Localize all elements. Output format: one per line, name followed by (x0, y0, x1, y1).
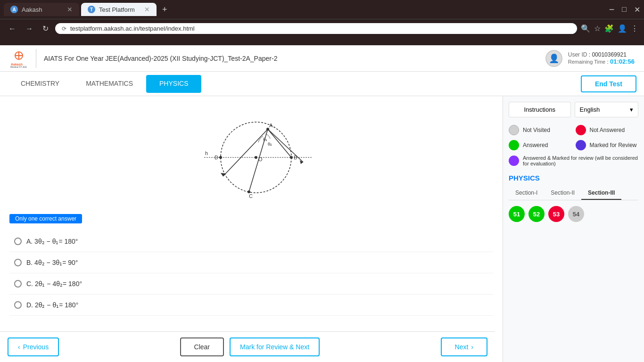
answer-type-badge: Only one correct answer (9, 214, 493, 231)
remaining-time: 01:02:56 (610, 58, 635, 65)
legend: Not Visited Not Answered Answered Marked… (509, 125, 638, 166)
mark-review-button[interactable]: Mark for Review & Next (230, 337, 320, 356)
svg-text:θ₁: θ₁ (263, 137, 267, 142)
nav-actions: 🔍 ☆ 🧩 👤 ⋮ (581, 24, 638, 33)
answered-marked-label: Answered & Marked for review (will be co… (523, 155, 638, 166)
option-b[interactable]: B. 4θ₂ − 3θ₁= 90° (9, 252, 493, 273)
prev-label: Previous (23, 343, 49, 351)
new-tab-button[interactable]: + (158, 3, 171, 16)
center-buttons: Clear Mark for Review & Next (180, 337, 320, 356)
main-layout: O B D A C θ₁ (0, 96, 644, 362)
legend-not-answered: Not Answered (576, 125, 639, 135)
tab-mathematics[interactable]: MATHEMATICS (73, 75, 146, 93)
right-panel: Instructions English ▾ Not Visited Not A… (503, 96, 644, 362)
language-selector[interactable]: English ▾ (575, 102, 639, 117)
extensions-icon[interactable]: 🧩 (604, 24, 614, 33)
option-b-text: B. 4θ₂ − 3θ₁= 90° (26, 259, 78, 266)
question-area: O B D A C θ₁ (0, 96, 503, 362)
profile-icon[interactable]: 👤 (618, 24, 627, 33)
not-visited-label: Not Visited (523, 127, 550, 133)
answered-label: Answered (523, 142, 548, 148)
option-d-text: D. 2θ₂ − θ₁= 180° (26, 301, 78, 309)
next-arrow-icon: › (471, 343, 473, 351)
question-diagram-container: O B D A C θ₁ (9, 106, 493, 206)
minimize-button[interactable]: − (609, 4, 615, 15)
section-tabs: Section-I Section-II Section-III (509, 187, 638, 200)
bottom-navigation: ‹ Previous Clear Mark for Review & Next … (0, 331, 495, 362)
answer-type-text: Only one correct answer (9, 214, 82, 223)
app-header: Aakash Medical IIT-JEE AIATS For One Yea… (0, 45, 644, 72)
back-button[interactable]: ← (6, 23, 19, 35)
search-icon[interactable]: 🔍 (581, 24, 590, 33)
exam-title: AIATS For One Year JEE(Advanced)-2025 (X… (44, 55, 538, 62)
nav-bar: ← → ↻ ⟳ testplatform.aakash.ac.in/testpa… (0, 19, 644, 38)
security-icon: ⟳ (62, 25, 66, 32)
section-title: PHYSICS (509, 174, 638, 182)
user-id-value: : 00010369921 (589, 51, 627, 58)
subject-tabs-bar: CHEMISTRY MATHEMATICS PHYSICS End Test (0, 72, 644, 96)
tab-testplatform[interactable]: T Test Platform ✕ (81, 3, 157, 16)
legend-answered: Answered (509, 140, 572, 150)
answered-dot (509, 140, 519, 150)
reload-button[interactable]: ↻ (40, 22, 51, 35)
tab-label-testplatform: Test Platform (99, 6, 135, 13)
radio-a[interactable] (14, 238, 22, 245)
radio-b[interactable] (14, 259, 22, 266)
option-d[interactable]: D. 2θ₂ − θ₁= 180° (9, 295, 493, 316)
svg-text:h: h (205, 150, 208, 156)
instructions-button[interactable]: Instructions (509, 102, 571, 117)
radio-d[interactable] (14, 301, 22, 309)
tab-aakash[interactable]: A Aakash ✕ (4, 3, 79, 16)
svg-text:Medical IIT-JEE: Medical IIT-JEE (10, 66, 27, 68)
logo-area: Aakash Medical IIT-JEE (9, 49, 36, 68)
option-a-text: A. 3θ₂ − θ₁= 180° (26, 238, 78, 245)
user-info: 👤 User ID : 00010369921 Remaining Time :… (545, 50, 635, 67)
user-id-row: User ID : 00010369921 (568, 51, 635, 58)
q-num-51[interactable]: 51 (509, 206, 525, 222)
user-details: User ID : 00010369921 Remaining Time : 0… (568, 51, 635, 65)
radio-c[interactable] (14, 280, 22, 288)
maximize-button[interactable]: □ (622, 5, 627, 14)
tab-close-aakash[interactable]: ✕ (67, 6, 73, 13)
answered-marked-dot (509, 156, 519, 166)
section-tab-i[interactable]: Section-I (509, 187, 544, 200)
menu-icon[interactable]: ⋮ (631, 24, 638, 33)
tab-label-aakash: Aakash (22, 6, 42, 13)
bookmark-icon[interactable]: ☆ (594, 24, 601, 33)
forward-button[interactable]: → (23, 23, 36, 35)
q-num-54[interactable]: 54 (568, 206, 584, 222)
tab-favicon-testplatform: T (88, 6, 95, 13)
option-c[interactable]: C. 2θ₁ − 4θ₂= 180° (9, 273, 493, 295)
option-a[interactable]: A. 3θ₂ − θ₁= 180° (9, 231, 493, 252)
end-test-button[interactable]: End Test (581, 75, 636, 92)
section-tab-iii[interactable]: Section-III (581, 187, 621, 200)
marked-label: Marked for Review (590, 142, 637, 148)
panel-header: Instructions English ▾ (509, 102, 638, 117)
q-num-52[interactable]: 52 (528, 206, 545, 222)
next-label: Next (455, 343, 469, 351)
options-list: A. 3θ₂ − θ₁= 180° B. 4θ₂ − 3θ₁= 90° C. 2… (9, 231, 493, 316)
legend-answered-marked: Answered & Marked for review (will be co… (509, 155, 638, 166)
svg-text:θ₂: θ₂ (268, 142, 272, 147)
clear-button[interactable]: Clear (180, 337, 224, 356)
close-window-button[interactable]: ✕ (634, 5, 640, 14)
url-text: testplatform.aakash.ac.in/testpanel/inde… (70, 25, 195, 32)
legend-not-visited: Not Visited (509, 125, 572, 135)
legend-marked: Marked for Review (576, 140, 639, 150)
tab-close-testplatform[interactable]: ✕ (144, 6, 150, 13)
q-num-53[interactable]: 53 (548, 206, 564, 222)
option-c-text: C. 2θ₁ − 4θ₂= 180° (26, 280, 82, 288)
tab-physics[interactable]: PHYSICS (146, 75, 201, 93)
next-button[interactable]: Next › (441, 337, 487, 356)
svg-text:C: C (249, 193, 253, 199)
section-tab-ii[interactable]: Section-II (544, 187, 581, 200)
previous-button[interactable]: ‹ Previous (8, 337, 59, 356)
remaining-sep: : (607, 59, 609, 65)
svg-line-22 (223, 129, 268, 176)
remaining-label: Remaining Time (568, 59, 605, 65)
address-bar[interactable]: ⟳ testplatform.aakash.ac.in/testpanel/in… (55, 23, 577, 34)
tab-chemistry[interactable]: CHEMISTRY (8, 75, 73, 93)
browser-chrome: A Aakash ✕ T Test Platform ✕ + − □ ✕ ← →… (0, 0, 644, 45)
prev-arrow-icon: ‹ (18, 343, 20, 351)
question-diagram-svg: O B D A C θ₁ (176, 106, 327, 205)
